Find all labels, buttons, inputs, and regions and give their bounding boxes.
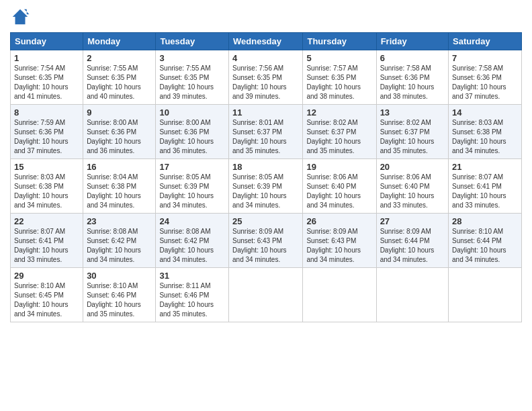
calendar-cell: 17Sunrise: 8:05 AMSunset: 6:39 PMDayligh…: [156, 159, 229, 214]
svg-marker-1: [24, 9, 30, 15]
day-number: 17: [159, 162, 225, 172]
calendar-header-thursday: Thursday: [303, 33, 376, 50]
calendar-cell: 27Sunrise: 8:09 AMSunset: 6:44 PMDayligh…: [376, 214, 448, 268]
calendar-cell: 1Sunrise: 7:54 AMSunset: 6:35 PMDaylight…: [11, 50, 83, 105]
calendar-cell: 29Sunrise: 8:10 AMSunset: 6:45 PMDayligh…: [11, 268, 83, 322]
calendar-header-tuesday: Tuesday: [156, 33, 229, 50]
calendar-week-5: 29Sunrise: 8:10 AMSunset: 6:45 PMDayligh…: [11, 268, 522, 322]
day-number: 25: [232, 216, 299, 226]
calendar-cell: 22Sunrise: 8:07 AMSunset: 6:41 PMDayligh…: [11, 214, 83, 268]
calendar-week-1: 1Sunrise: 7:54 AMSunset: 6:35 PMDaylight…: [11, 50, 522, 105]
day-info: Sunrise: 8:08 AMSunset: 6:42 PMDaylight:…: [87, 228, 141, 263]
svg-marker-0: [13, 9, 28, 25]
day-number: 10: [159, 107, 225, 118]
day-number: 1: [14, 53, 79, 63]
day-info: Sunrise: 8:07 AMSunset: 6:41 PMDaylight:…: [14, 228, 69, 263]
calendar-header-friday: Friday: [376, 33, 448, 50]
day-info: Sunrise: 8:00 AMSunset: 6:36 PMDaylight:…: [159, 119, 214, 154]
day-number: 27: [380, 216, 445, 226]
day-number: 7: [452, 53, 518, 63]
day-number: 6: [380, 53, 445, 63]
header: [10, 7, 522, 27]
calendar-table: SundayMondayTuesdayWednesdayThursdayFrid…: [10, 32, 522, 322]
calendar-cell: 20Sunrise: 8:06 AMSunset: 6:40 PMDayligh…: [376, 159, 448, 214]
day-info: Sunrise: 8:10 AMSunset: 6:45 PMDaylight:…: [14, 282, 69, 318]
day-info: Sunrise: 7:59 AMSunset: 6:36 PMDaylight:…: [14, 119, 69, 154]
calendar-header-wednesday: Wednesday: [229, 33, 303, 50]
day-number: 11: [232, 107, 299, 118]
day-number: 9: [87, 107, 152, 118]
day-number: 18: [232, 162, 299, 172]
calendar-header-sunday: Sunday: [11, 33, 83, 50]
day-number: 4: [232, 53, 299, 63]
calendar-cell: 2Sunrise: 7:55 AMSunset: 6:35 PMDaylight…: [83, 50, 156, 105]
day-info: Sunrise: 7:56 AMSunset: 6:35 PMDaylight:…: [232, 64, 287, 100]
calendar-cell: 21Sunrise: 8:07 AMSunset: 6:41 PMDayligh…: [449, 159, 522, 214]
day-info: Sunrise: 7:58 AMSunset: 6:36 PMDaylight:…: [380, 64, 435, 100]
calendar-cell: 31Sunrise: 8:11 AMSunset: 6:46 PMDayligh…: [156, 268, 229, 322]
day-info: Sunrise: 8:05 AMSunset: 6:39 PMDaylight:…: [232, 173, 287, 209]
day-info: Sunrise: 8:03 AMSunset: 6:38 PMDaylight:…: [14, 173, 69, 209]
calendar-cell: 23Sunrise: 8:08 AMSunset: 6:42 PMDayligh…: [83, 214, 156, 268]
calendar-cell: 3Sunrise: 7:55 AMSunset: 6:35 PMDaylight…: [156, 50, 229, 105]
day-number: 19: [306, 162, 372, 172]
calendar-cell: 8Sunrise: 7:59 AMSunset: 6:36 PMDaylight…: [11, 105, 83, 159]
calendar-cell: 28Sunrise: 8:10 AMSunset: 6:44 PMDayligh…: [449, 214, 522, 268]
calendar-cell: 24Sunrise: 8:08 AMSunset: 6:42 PMDayligh…: [156, 214, 229, 268]
day-number: 28: [452, 216, 518, 226]
day-number: 15: [14, 162, 79, 172]
day-number: 14: [452, 107, 518, 118]
calendar-header-monday: Monday: [83, 33, 156, 50]
day-info: Sunrise: 8:01 AMSunset: 6:37 PMDaylight:…: [232, 119, 287, 154]
calendar-cell: 13Sunrise: 8:02 AMSunset: 6:37 PMDayligh…: [376, 105, 448, 159]
calendar-header-row: SundayMondayTuesdayWednesdayThursdayFrid…: [11, 33, 522, 50]
calendar-cell: 30Sunrise: 8:10 AMSunset: 6:46 PMDayligh…: [83, 268, 156, 322]
day-number: 21: [452, 162, 518, 172]
calendar-week-2: 8Sunrise: 7:59 AMSunset: 6:36 PMDaylight…: [11, 105, 522, 159]
day-info: Sunrise: 7:55 AMSunset: 6:35 PMDaylight:…: [159, 64, 214, 100]
calendar-cell: 18Sunrise: 8:05 AMSunset: 6:39 PMDayligh…: [229, 159, 303, 214]
day-info: Sunrise: 7:54 AMSunset: 6:35 PMDaylight:…: [14, 64, 69, 100]
day-number: 8: [14, 107, 79, 118]
day-number: 3: [159, 53, 225, 63]
logo: [10, 7, 33, 27]
day-number: 31: [159, 271, 225, 281]
day-info: Sunrise: 8:11 AMSunset: 6:46 PMDaylight:…: [159, 282, 214, 318]
calendar-cell: 5Sunrise: 7:57 AMSunset: 6:35 PMDaylight…: [303, 50, 376, 105]
calendar-cell: 19Sunrise: 8:06 AMSunset: 6:40 PMDayligh…: [303, 159, 376, 214]
day-number: 24: [159, 216, 225, 226]
calendar-week-3: 15Sunrise: 8:03 AMSunset: 6:38 PMDayligh…: [11, 159, 522, 214]
day-info: Sunrise: 8:06 AMSunset: 6:40 PMDaylight:…: [380, 173, 435, 209]
day-number: 20: [380, 162, 445, 172]
day-info: Sunrise: 8:09 AMSunset: 6:43 PMDaylight:…: [306, 228, 361, 263]
day-number: 30: [87, 271, 152, 281]
day-info: Sunrise: 8:03 AMSunset: 6:38 PMDaylight:…: [452, 119, 506, 154]
calendar-cell: 6Sunrise: 7:58 AMSunset: 6:36 PMDaylight…: [376, 50, 448, 105]
day-info: Sunrise: 8:00 AMSunset: 6:36 PMDaylight:…: [87, 119, 141, 154]
day-number: 13: [380, 107, 445, 118]
logo-icon: [10, 7, 30, 27]
day-info: Sunrise: 8:10 AMSunset: 6:46 PMDaylight:…: [87, 282, 141, 318]
calendar-cell: 16Sunrise: 8:04 AMSunset: 6:38 PMDayligh…: [83, 159, 156, 214]
day-info: Sunrise: 7:55 AMSunset: 6:35 PMDaylight:…: [87, 64, 141, 100]
day-info: Sunrise: 7:57 AMSunset: 6:35 PMDaylight:…: [306, 64, 361, 100]
calendar-cell: 15Sunrise: 8:03 AMSunset: 6:38 PMDayligh…: [11, 159, 83, 214]
day-info: Sunrise: 8:04 AMSunset: 6:38 PMDaylight:…: [87, 173, 141, 209]
day-info: Sunrise: 7:58 AMSunset: 6:36 PMDaylight:…: [452, 64, 506, 100]
day-info: Sunrise: 8:02 AMSunset: 6:37 PMDaylight:…: [306, 119, 361, 154]
page-container: SundayMondayTuesdayWednesdayThursdayFrid…: [0, 0, 532, 329]
calendar-cell: 9Sunrise: 8:00 AMSunset: 6:36 PMDaylight…: [83, 105, 156, 159]
calendar-cell: [376, 268, 448, 322]
day-number: 5: [306, 53, 372, 63]
day-info: Sunrise: 8:09 AMSunset: 6:44 PMDaylight:…: [380, 228, 435, 263]
day-number: 22: [14, 216, 79, 226]
day-info: Sunrise: 8:05 AMSunset: 6:39 PMDaylight:…: [159, 173, 214, 209]
day-number: 26: [306, 216, 372, 226]
calendar-cell: 25Sunrise: 8:09 AMSunset: 6:43 PMDayligh…: [229, 214, 303, 268]
calendar-cell: 14Sunrise: 8:03 AMSunset: 6:38 PMDayligh…: [449, 105, 522, 159]
day-number: 29: [14, 271, 79, 281]
calendar-week-4: 22Sunrise: 8:07 AMSunset: 6:41 PMDayligh…: [11, 214, 522, 268]
calendar-cell: 11Sunrise: 8:01 AMSunset: 6:37 PMDayligh…: [229, 105, 303, 159]
day-info: Sunrise: 8:09 AMSunset: 6:43 PMDaylight:…: [232, 228, 287, 263]
day-number: 16: [87, 162, 152, 172]
